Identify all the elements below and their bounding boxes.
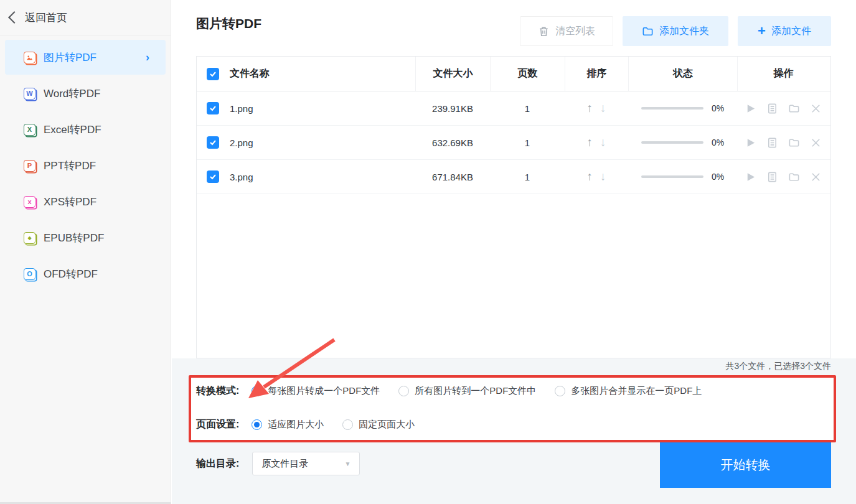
sidebar-item-label: Word转PDF (44, 86, 100, 101)
sidebar-item-label: OFD转PDF (44, 267, 98, 281)
chevron-left-icon (8, 11, 21, 24)
play-icon[interactable] (745, 137, 756, 149)
chevron-down-icon: ▼ (344, 460, 350, 467)
progress-bar (641, 107, 703, 110)
progress-percent: 0% (712, 103, 724, 113)
radio-label: 适应图片大小 (268, 419, 324, 431)
sidebar-item-label: Excel转PDF (44, 123, 101, 137)
start-conversion-button[interactable]: 开始转换 (660, 442, 831, 488)
page-title: 图片转PDF (196, 15, 261, 32)
move-up-icon[interactable]: ↑ (587, 101, 593, 115)
back-home-label: 返回首页 (25, 11, 67, 25)
conversion-mode-row: 转换模式: 每张图片转成一个PDF文件 所有图片转到一个PDF文件中 多张图片合… (196, 385, 720, 398)
radio-one-pdf-per-image[interactable]: 每张图片转成一个PDF文件 (252, 385, 380, 397)
conversion-mode-label: 转换模式: (196, 385, 239, 398)
chevron-right-icon: › (146, 51, 149, 64)
xps-doc-icon: x (24, 196, 35, 208)
epub-doc-icon: ◆ (24, 232, 35, 244)
table-row[interactable]: 3.png 671.84KB 1 ↑ ↓ 0% (197, 160, 830, 194)
move-down-icon[interactable]: ↓ (600, 170, 606, 184)
sidebar-item-epub-to-pdf[interactable]: ◆ EPUB转PDF (5, 220, 166, 255)
file-info-icon[interactable] (766, 103, 778, 114)
page-count: 1 (490, 138, 565, 148)
remove-icon[interactable] (810, 103, 822, 114)
file-info-icon[interactable] (766, 137, 778, 149)
radio-merge-images-one-page[interactable]: 多张图片合并显示在一页PDF上 (555, 385, 702, 397)
sidebar-item-excel-to-pdf[interactable]: X Excel转PDF (5, 112, 166, 147)
radio-selected-icon (252, 419, 262, 430)
sidebar-item-label: 图片转PDF (44, 50, 96, 65)
file-name: 2.png (230, 138, 253, 148)
radio-unselected-icon (342, 419, 353, 430)
file-count-summary: 共3个文件，已选择3个文件 (725, 361, 831, 372)
row-checkbox[interactable] (207, 102, 219, 114)
radio-fixed-page-size[interactable]: 固定页面大小 (342, 419, 415, 431)
radio-label: 多张图片合并显示在一页PDF上 (571, 385, 702, 397)
remove-icon[interactable] (810, 171, 822, 183)
column-header-status: 状态 (628, 57, 737, 91)
open-folder-icon[interactable] (788, 137, 800, 149)
radio-all-images-one-pdf[interactable]: 所有图片转到一个PDF文件中 (398, 385, 536, 397)
conversion-mode-options: 每张图片转成一个PDF文件 所有图片转到一个PDF文件中 多张图片合并显示在一页… (252, 385, 720, 397)
radio-label: 所有图片转到一个PDF文件中 (415, 385, 536, 397)
sidebar-item-word-to-pdf[interactable]: W Word转PDF (5, 76, 166, 111)
open-folder-icon[interactable] (788, 103, 800, 114)
check-icon (209, 139, 217, 146)
progress-bar (641, 141, 703, 144)
column-header-name: 文件名称 (230, 67, 270, 80)
back-home-link[interactable]: 返回首页 (0, 0, 171, 35)
move-down-icon[interactable]: ↓ (600, 101, 606, 115)
page-count: 1 (490, 172, 565, 182)
remove-icon[interactable] (810, 137, 822, 149)
output-directory-value: 原文件目录 (261, 458, 308, 470)
folder-icon (642, 26, 654, 37)
output-directory-row: 输出目录: 原文件目录 ▼ (196, 452, 360, 475)
file-info-icon[interactable] (766, 171, 778, 183)
excel-doc-icon: X (24, 124, 35, 136)
column-header-size: 文件大小 (415, 57, 490, 91)
plus-icon: + (758, 24, 766, 38)
output-directory-select[interactable]: 原文件目录 ▼ (252, 452, 360, 475)
start-conversion-label: 开始转换 (721, 457, 771, 474)
file-size: 671.84KB (415, 172, 490, 182)
trash-icon (538, 26, 550, 37)
row-checkbox[interactable] (207, 136, 219, 149)
play-icon[interactable] (745, 103, 756, 114)
progress-percent: 0% (712, 172, 724, 182)
sidebar-item-ofd-to-pdf[interactable]: O OFD转PDF (5, 256, 166, 291)
row-checkbox[interactable] (207, 170, 219, 183)
file-table: 文件名称 文件大小 页数 排序 状态 操作 1.png 239.91KB 1 ↑… (196, 56, 831, 358)
check-icon (209, 70, 217, 78)
move-up-icon[interactable]: ↑ (587, 136, 593, 149)
sidebar-nav: 图片转PDF › W Word转PDF X Excel转PDF P PPT转PD… (0, 35, 171, 291)
sidebar-item-label: XPS转PDF (44, 195, 96, 209)
word-doc-icon: W (24, 88, 35, 100)
page-settings-label: 页面设置: (196, 418, 239, 431)
sidebar-item-ppt-to-pdf[interactable]: P PPT转PDF (5, 148, 166, 183)
radio-label: 固定页面大小 (359, 419, 415, 431)
table-row[interactable]: 1.png 239.91KB 1 ↑ ↓ 0% (197, 91, 830, 126)
play-icon[interactable] (745, 171, 756, 183)
table-header-row: 文件名称 文件大小 页数 排序 状态 操作 (197, 57, 830, 91)
radio-fit-image-size[interactable]: 适应图片大小 (252, 419, 324, 431)
open-folder-icon[interactable] (788, 171, 800, 183)
select-all-checkbox[interactable] (207, 68, 219, 80)
radio-unselected-icon (555, 386, 565, 396)
sidebar-item-xps-to-pdf[interactable]: x XPS转PDF (5, 184, 166, 219)
add-folder-label: 添加文件夹 (659, 25, 709, 38)
image-to-pdf-icon (24, 52, 35, 63)
main-content: 图片转PDF 清空列表 添加文件夹 + 添加文件 文件名称 文件大小 页数 排序… (172, 0, 856, 504)
file-size: 239.91KB (415, 103, 490, 114)
move-up-icon[interactable]: ↑ (587, 170, 593, 184)
page-count: 1 (490, 103, 565, 114)
file-name: 1.png (230, 103, 253, 114)
table-row[interactable]: 2.png 632.69KB 1 ↑ ↓ 0% (197, 126, 830, 160)
check-icon (209, 173, 217, 180)
add-file-button[interactable]: + 添加文件 (738, 16, 831, 46)
progress-percent: 0% (712, 138, 724, 147)
sidebar-item-image-to-pdf[interactable]: 图片转PDF › (5, 40, 166, 75)
clear-list-button[interactable]: 清空列表 (520, 16, 613, 46)
radio-unselected-icon (398, 386, 409, 396)
move-down-icon[interactable]: ↓ (600, 136, 606, 149)
add-folder-button[interactable]: 添加文件夹 (623, 16, 728, 46)
